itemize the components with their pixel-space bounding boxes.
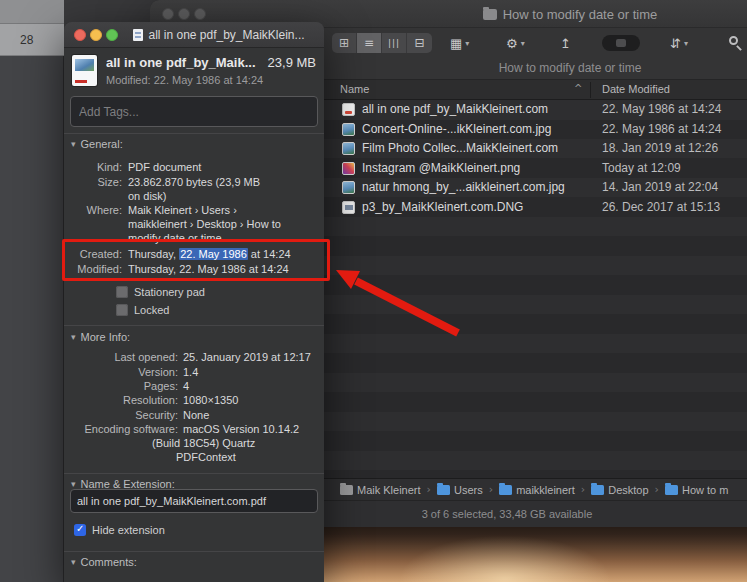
tags-input[interactable] (70, 96, 318, 127)
hide-extension-label: Hide extension (92, 524, 165, 536)
png-file-icon (342, 162, 355, 175)
path-item-label: maikkleinert (516, 484, 575, 496)
chevron-down-icon: ▾ (465, 39, 469, 48)
arrange-button[interactable]: ⇵ ▾ (670, 33, 688, 53)
section-divider (64, 473, 324, 474)
resolution-label: Resolution: (64, 394, 178, 406)
kind-label: Kind: (64, 161, 122, 173)
hide-extension-checkbox-row[interactable]: ✓ Hide extension (74, 524, 165, 536)
path-item[interactable]: maikkleinert (499, 484, 575, 496)
disclosure-triangle-icon[interactable]: ▾ (71, 139, 76, 149)
section-divider (64, 133, 324, 134)
tag-button[interactable] (602, 35, 640, 51)
file-date-modified: 22. May 1986 at 14:24 (602, 120, 721, 140)
file-date-modified: Today at 12:09 (602, 159, 681, 179)
file-name: natur hmong_by_...aikkleinert.com.jpg (362, 178, 565, 198)
section-header-general[interactable]: ▾ General: (71, 137, 123, 151)
sort-arrows-icon: ⇵ (670, 36, 681, 51)
tag-icon (616, 39, 626, 47)
path-item[interactable]: Desktop (591, 484, 648, 496)
icon-view-button[interactable]: ⊞ (332, 33, 357, 53)
size-value-continued: on disk) (128, 190, 167, 202)
action-button[interactable]: ⚙ ▾ (506, 33, 525, 53)
pdf-icon (72, 55, 97, 86)
checkbox-checked-icon[interactable]: ✓ (74, 524, 86, 536)
section-header-more-info[interactable]: ▾ More Info: (71, 330, 130, 344)
file-name: all in one pdf_by_MaikKleinert.com (362, 100, 548, 120)
section-title-more-info: More Info: (81, 331, 131, 343)
path-separator-icon: › (581, 483, 585, 496)
calendar-day-label: 28 (20, 33, 33, 47)
path-separator-icon: › (655, 483, 659, 496)
search-icon[interactable] (728, 35, 744, 51)
path-separator-icon: › (489, 483, 493, 496)
folder-icon (483, 9, 497, 20)
path-item[interactable]: Maik Kleinert (340, 484, 421, 496)
checkmark-icon: ✓ (76, 523, 84, 534)
group-button[interactable]: ▦ ▾ (450, 33, 469, 53)
file-date-modified: 18. Jan 2019 at 12:26 (602, 139, 718, 159)
section-title-general: General: (81, 138, 123, 150)
file-name: Instagram @MaikKleinert.png (362, 159, 520, 179)
modified-value: Thursday, 22. May 1986 at 14:24 (128, 263, 289, 275)
path-item[interactable]: How to m (665, 484, 728, 496)
path-item-label: Desktop (608, 484, 648, 496)
get-info-window: all in one pdf_by_MaikKlein... all in on… (64, 22, 324, 582)
zoom-button[interactable] (106, 29, 118, 41)
disclosure-triangle-icon[interactable]: ▾ (71, 479, 76, 489)
kind-value: PDF document (128, 161, 201, 173)
info-file-name: all in one pdf_by_Maik... (106, 55, 260, 70)
file-date-modified: 22. May 1986 at 14:24 (602, 100, 721, 120)
info-titlebar[interactable]: all in one pdf_by_MaikKlein... (64, 22, 324, 48)
path-item-label: How to m (682, 484, 728, 496)
info-file-modified: Modified: 22. May 1986 at 14:24 (106, 74, 263, 86)
share-icon: ↥ (560, 36, 571, 51)
column-view-button[interactable]: ||| (382, 33, 407, 53)
list-view-button[interactable]: ≡ (357, 33, 382, 53)
calendar-day-cell: 28 (0, 24, 64, 56)
status-text: 3 of 6 selected, 33,48 GB available (407, 508, 607, 520)
finder-window-title: How to modify date or time (503, 7, 658, 22)
info-file-size: 23,9 MB (268, 55, 316, 70)
path-item-label: Users (454, 484, 483, 496)
locked-checkbox-row[interactable]: Locked (116, 304, 169, 316)
sort-ascending-icon: ^ (574, 83, 582, 94)
column-divider[interactable] (590, 82, 591, 98)
gallery-view-button[interactable]: ⊟ (407, 33, 432, 53)
last-opened-label: Last opened: (64, 351, 178, 363)
filename-input[interactable] (70, 489, 318, 513)
checkbox-unchecked-icon[interactable] (116, 286, 128, 298)
file-date-modified: 14. Jan 2019 at 22:04 (602, 178, 718, 198)
section-header-comments[interactable]: ▾ Comments: (71, 555, 137, 569)
image-file-icon (342, 142, 355, 155)
created-value-suffix: at 14:24 (248, 248, 291, 260)
where-label: Where: (64, 204, 122, 216)
background-window-fragment: 28 (0, 0, 64, 582)
stationery-pad-label: Stationery pad (134, 286, 205, 298)
chevron-down-icon: ▾ (521, 39, 525, 48)
modified-label: Modified: (64, 263, 122, 275)
created-value-prefix: Thursday, (128, 248, 179, 260)
path-item[interactable]: Users (437, 484, 483, 496)
pages-label: Pages: (64, 380, 178, 392)
folder-icon (665, 485, 678, 495)
share-button[interactable]: ↥ (560, 33, 571, 53)
section-title-comments: Comments: (81, 556, 137, 568)
disclosure-triangle-icon[interactable]: ▾ (71, 332, 76, 342)
column-header-date-modified[interactable]: Date Modified (602, 83, 670, 95)
checkbox-unchecked-icon[interactable] (116, 304, 128, 316)
created-value-selected-text: 22. May 1986 (179, 248, 248, 260)
home-folder-icon (499, 485, 512, 495)
encoding-software-value-continued: PDFContext (176, 451, 236, 463)
size-value: 23.862.870 bytes (23,9 MB (128, 176, 260, 188)
security-label: Security: (64, 409, 178, 421)
encoding-software-value: macOS Version 10.14.2 (183, 423, 299, 435)
column-header-name[interactable]: Name (340, 83, 369, 95)
close-button[interactable] (74, 29, 86, 41)
minimize-button[interactable] (90, 29, 102, 41)
file-date-modified: 26. Dec 2017 at 15:13 (602, 198, 720, 218)
path-item-label: Maik Kleinert (357, 484, 421, 496)
disclosure-triangle-icon[interactable]: ▾ (71, 557, 76, 567)
stationery-pad-checkbox-row[interactable]: Stationery pad (116, 286, 205, 298)
document-icon (133, 29, 143, 41)
